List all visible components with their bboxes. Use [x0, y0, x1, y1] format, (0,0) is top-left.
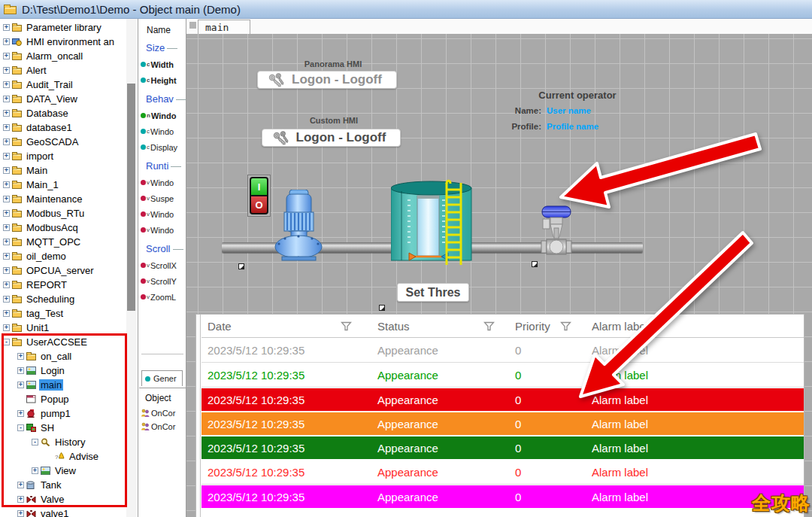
column-header-status[interactable]: Status: [362, 315, 505, 337]
expand-plus-icon[interactable]: +: [3, 181, 10, 188]
event-item-oncor-0[interactable]: OnCor: [139, 406, 186, 420]
tree-item-oil-demo[interactable]: +oil_demo: [2, 249, 126, 263]
tree-item-hmi-environment-an[interactable]: +HMI environment an: [2, 35, 126, 49]
property-height[interactable]: cHeight: [139, 72, 186, 88]
tree-item-import[interactable]: +import: [2, 149, 126, 163]
expand-plus-icon[interactable]: +: [3, 253, 10, 260]
tree-item-pump1[interactable]: +pump1: [2, 406, 126, 421]
tree-item-report[interactable]: +REPORT: [2, 278, 126, 292]
operator-profile-value[interactable]: Profile name: [547, 122, 598, 131]
alarm-row[interactable]: 2023/5/12 10:29:35Appearance0Alarm label: [201, 436, 804, 460]
filter-funnel-icon[interactable]: [483, 321, 495, 331]
power-switch[interactable]: I O: [247, 175, 271, 217]
switch-on-half[interactable]: I: [250, 177, 268, 196]
tree-item-data-view[interactable]: +DATA_View: [2, 92, 126, 106]
tree-item-unit1[interactable]: +Unit1: [2, 321, 126, 335]
operator-name-row[interactable]: Name: User name: [472, 106, 653, 115]
tab-general[interactable]: Gener: [141, 370, 183, 386]
tree-scrollbar[interactable]: [126, 19, 136, 517]
property-windo[interactable]: cWindo: [139, 123, 186, 139]
property-suspe[interactable]: vSuspe: [139, 190, 186, 206]
expand-plus-icon[interactable]: +: [3, 310, 10, 317]
alarm-row[interactable]: 2023/5/12 10:29:35Appearance0Alarm label: [201, 412, 804, 436]
alarm-row[interactable]: 2023/5/12 10:29:35Appearance0Alarm label: [201, 388, 804, 412]
tree-scrollbar-thumb[interactable]: [127, 84, 135, 311]
property-zooml[interactable]: vZoomL: [139, 289, 186, 305]
expand-plus-icon[interactable]: +: [3, 81, 10, 88]
pump-graphic[interactable]: [274, 190, 323, 261]
collapse-minus-icon[interactable]: -: [32, 439, 38, 446]
property-windo[interactable]: vWindo: [139, 222, 186, 238]
filter-funnel-icon[interactable]: [341, 321, 352, 331]
expand-plus-icon[interactable]: +: [17, 367, 24, 374]
tree-item-modbus-rtu[interactable]: +Modbus_RTu: [2, 206, 126, 220]
custom-hmi-label[interactable]: Custom HMI: [296, 116, 371, 125]
tree-item-scheduling[interactable]: +Scheduling: [2, 292, 126, 306]
property-windo[interactable]: vWindo: [139, 175, 186, 190]
expand-plus-icon[interactable]: +: [17, 496, 24, 503]
tree-item-database[interactable]: +Database: [2, 106, 126, 120]
property-width[interactable]: cWidth: [139, 56, 186, 72]
column-header-priority[interactable]: Priority: [505, 315, 582, 337]
tree-item-on-call[interactable]: +on_call: [2, 349, 126, 363]
collapse-minus-icon[interactable]: -: [3, 339, 10, 345]
tree-item-alert[interactable]: +Alert: [2, 63, 126, 78]
expand-plus-icon[interactable]: +: [3, 24, 10, 31]
expand-plus-icon[interactable]: +: [3, 267, 10, 274]
logon-logoff-button-custom[interactable]: Logon - Logoff: [262, 129, 401, 147]
expand-plus-icon[interactable]: +: [3, 324, 10, 331]
property-group-size[interactable]: Size: [139, 37, 186, 56]
tree-item-view[interactable]: +View: [2, 464, 126, 478]
expand-plus-icon[interactable]: +: [3, 296, 10, 303]
tree-item-login[interactable]: +Login: [2, 363, 126, 378]
tree-item-main[interactable]: +main: [2, 378, 126, 392]
expand-plus-icon[interactable]: +: [3, 239, 10, 245]
alarm-row[interactable]: 2023/5/12 10:29:35Appearance0Alarm label: [201, 485, 804, 509]
anchor-handle[interactable]: [379, 305, 385, 311]
expand-plus-icon[interactable]: +: [17, 482, 24, 488]
expand-plus-icon[interactable]: +: [3, 138, 10, 145]
current-operator-title[interactable]: Current operator: [517, 90, 638, 101]
column-header-alarm-label[interactable]: Alarm label: [582, 315, 804, 337]
anchor-handle[interactable]: [238, 263, 244, 269]
tree-item-sh[interactable]: -SH: [2, 421, 126, 435]
tree-item-tag-test[interactable]: +tag_Test: [2, 306, 126, 321]
expand-plus-icon[interactable]: +: [3, 281, 10, 288]
tree-item-opcua-server[interactable]: +OPCUA_server: [2, 263, 126, 278]
property-scrolly[interactable]: vScrollY: [139, 273, 186, 289]
property-group-runti[interactable]: Runti: [139, 155, 186, 175]
column-header-date[interactable]: Date: [201, 315, 362, 337]
tree-item-modbusacq[interactable]: +ModbusAcq: [2, 220, 126, 235]
tree-item-mqtt-opc[interactable]: +MQTT_OPC: [2, 235, 126, 249]
alarm-row[interactable]: 2023/5/12 10:29:35Appearance0Alarm label: [201, 338, 804, 363]
expand-plus-icon[interactable]: +: [3, 167, 10, 174]
alarm-row[interactable]: 2023/5/12 10:29:35Appearance0Alarm label: [201, 363, 804, 388]
tree-item-alarm-oncall[interactable]: +Alarm_oncall: [2, 49, 126, 63]
tree-item-database1[interactable]: +database1: [2, 120, 126, 135]
tree-item-tank[interactable]: +Tank: [2, 478, 126, 492]
expand-plus-icon[interactable]: +: [3, 38, 10, 45]
set-thres-button[interactable]: Set Thres: [397, 283, 469, 302]
event-item-oncor-1[interactable]: OnCor: [139, 420, 186, 433]
property-scrollx[interactable]: vScrollX: [139, 257, 186, 273]
tree-item-advise[interactable]: ?Advise: [2, 449, 126, 464]
valve-graphic[interactable]: [540, 205, 573, 256]
tab-main[interactable]: main: [198, 20, 250, 34]
tank-graphic[interactable]: [391, 179, 480, 265]
tree-item-valve[interactable]: +Valve: [2, 492, 126, 506]
tree-item-main-1[interactable]: +Main_1: [2, 178, 126, 192]
property-display[interactable]: cDisplay: [139, 139, 186, 155]
property-windo[interactable]: nWindo: [139, 108, 186, 123]
expand-plus-icon[interactable]: +: [3, 110, 10, 117]
panorama-hmi-label[interactable]: Panorama HMI: [292, 59, 374, 68]
collapse-minus-icon[interactable]: -: [17, 424, 24, 431]
operator-name-value[interactable]: User name: [547, 106, 591, 115]
property-windo[interactable]: vWindo: [139, 206, 186, 222]
property-group-scroll[interactable]: Scroll: [139, 238, 186, 257]
expand-plus-icon[interactable]: +: [32, 467, 38, 474]
expand-plus-icon[interactable]: +: [3, 224, 10, 231]
tree-item-popup[interactable]: Popup: [2, 392, 126, 406]
expand-plus-icon[interactable]: +: [3, 67, 10, 74]
logon-logoff-button-panorama[interactable]: Logon - Logoff: [257, 71, 397, 89]
expand-plus-icon[interactable]: +: [3, 124, 10, 131]
